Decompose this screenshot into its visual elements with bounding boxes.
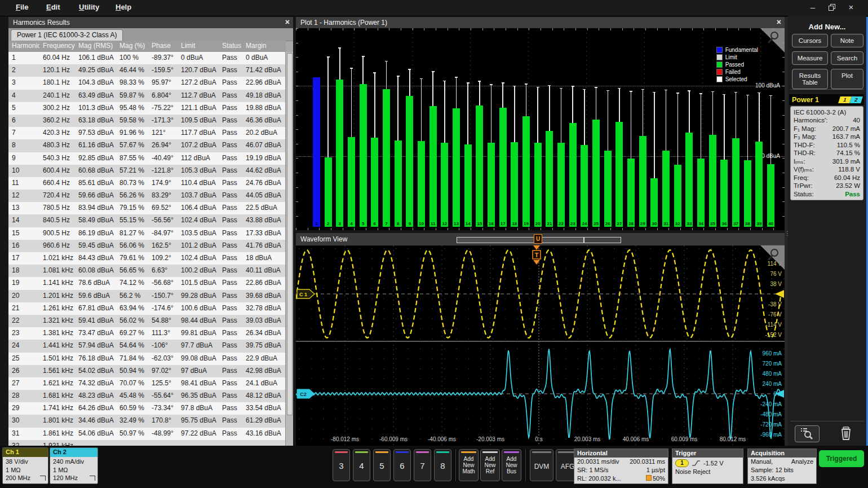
table-row[interactable]: 171.021 kHz84.43 dBuA79.61 %109.2°102.4 … bbox=[8, 252, 286, 265]
table-row[interactable]: 8480.3 Hz61.16 dBuA57.67 %26.94°107.2 dB… bbox=[8, 139, 286, 152]
bar-harmonic[interactable] bbox=[534, 143, 542, 227]
channel-4-button[interactable]: 4 bbox=[353, 449, 370, 481]
table-row[interactable]: 241.441 kHz57.94 dBuA54.64 %-106°97.7 dB… bbox=[8, 340, 286, 352]
bar-harmonic[interactable] bbox=[325, 157, 332, 227]
column-header[interactable]: Status bbox=[219, 41, 242, 52]
menu-help[interactable]: Help bbox=[116, 3, 131, 11]
table-row[interactable]: 10600.4 Hz60.68 dBuA57.21 %-121.8°105.3 … bbox=[8, 165, 286, 177]
column-header[interactable]: Margin bbox=[242, 41, 286, 52]
bar-harmonic[interactable] bbox=[569, 123, 577, 227]
table-row[interactable]: 251.501 kHz76.18 dBuA71.84 %-62.03°99.08… bbox=[8, 353, 286, 365]
bar-harmonic[interactable] bbox=[464, 144, 472, 227]
channel-6-button[interactable]: 6 bbox=[393, 449, 411, 481]
bar-harmonic[interactable] bbox=[348, 137, 355, 227]
expansion-point-marker[interactable]: U bbox=[534, 234, 542, 244]
column-header[interactable]: Frequency bbox=[39, 41, 75, 52]
bar-harmonic[interactable] bbox=[720, 160, 728, 227]
bar-harmonic[interactable] bbox=[709, 135, 716, 227]
add-new-measure-button[interactable]: Measure bbox=[792, 51, 828, 65]
ch2-badge[interactable]: Ch 2 240 mA/div1 MΩ120 MHz bbox=[50, 447, 98, 484]
bar-harmonic[interactable] bbox=[499, 108, 507, 227]
table-row[interactable]: 5300.2 Hz101.3 dBuA95.48 %-75.22°121.1 d… bbox=[8, 102, 286, 115]
bar-harmonic[interactable] bbox=[697, 159, 705, 227]
bar-harmonic[interactable] bbox=[581, 145, 588, 227]
add-new-plot-button[interactable]: Plot bbox=[831, 69, 863, 89]
bar-harmonic[interactable] bbox=[627, 159, 635, 227]
bar-harmonic[interactable] bbox=[336, 80, 343, 227]
table-row[interactable]: 13780.5 Hz83.94 dBuA79.15 %69.52°106.4 d… bbox=[8, 202, 286, 214]
trigger-panel[interactable]: Trigger 1 -1.52 V Noise Reject bbox=[672, 449, 743, 484]
channel-5-button[interactable]: 5 bbox=[373, 449, 391, 481]
column-header[interactable]: Mag (%) bbox=[116, 41, 148, 52]
channel-8-button[interactable]: 8 bbox=[434, 449, 451, 481]
bar-harmonic[interactable] bbox=[418, 141, 425, 227]
add-new-ref-button[interactable]: AddNewRef bbox=[480, 449, 500, 481]
results-close-icon[interactable]: × bbox=[285, 17, 290, 27]
table-row[interactable]: 4240.1 Hz63.49 dBuA59.87 %6.804°112.7 dB… bbox=[8, 90, 286, 102]
table-row[interactable]: 311.861 kHz54.06 dBuA50.97 %-48.99°97.22… bbox=[8, 428, 286, 440]
bar-harmonic[interactable] bbox=[639, 136, 646, 227]
table-row[interactable]: 201.201 kHz59.6 dBuA56.2 %-150.7°99.28 d… bbox=[8, 290, 286, 302]
table-row[interactable]: 11660.4 Hz85.61 dBuA80.73 %174.9°110.4 d… bbox=[8, 177, 286, 190]
bar-harmonic[interactable] bbox=[767, 164, 774, 227]
table-row[interactable]: 14840.5 Hz58.49 dBuA55.15 %-56.56°102.4 … bbox=[8, 214, 286, 227]
bar-harmonic[interactable] bbox=[441, 143, 448, 227]
table-row[interactable]: 3180.1 Hz104.3 dBuA98.33 %95.97°127.2 dB… bbox=[8, 77, 286, 89]
channel-7-button[interactable]: 7 bbox=[414, 449, 431, 481]
waveform-canvas[interactable]: 114 V76 V38 V-38 V-76 V-114 V-152 V960 m… bbox=[296, 245, 785, 446]
bar-harmonic[interactable] bbox=[732, 138, 739, 227]
bar-harmonic[interactable] bbox=[511, 142, 518, 227]
table-row[interactable]: 181.081 kHz60.08 dBuA56.65 %6.63°100.2 d… bbox=[8, 265, 286, 277]
bar-harmonic[interactable] bbox=[476, 105, 483, 227]
add-new-bus-button[interactable]: AddNewBus bbox=[502, 449, 521, 481]
bar-harmonic[interactable] bbox=[453, 108, 460, 227]
add-new-cursors-button[interactable]: Cursors bbox=[792, 34, 828, 47]
bar-harmonic[interactable] bbox=[755, 142, 763, 227]
column-header[interactable]: Limit bbox=[178, 41, 219, 52]
menu-file[interactable]: File bbox=[16, 3, 28, 11]
channel-3-button[interactable]: 3 bbox=[333, 449, 350, 481]
bar-harmonic[interactable] bbox=[488, 143, 495, 227]
column-header[interactable]: Phase bbox=[148, 41, 178, 52]
bar-harmonic[interactable] bbox=[360, 84, 367, 227]
table-row[interactable]: 321.921 kHz bbox=[8, 440, 286, 446]
table-row[interactable]: 2120.1 Hz49.25 dBuA46.44 %-159.5°120.7 d… bbox=[8, 64, 286, 77]
table-row[interactable]: 231.381 kHz73.47 dBuA69.27 %111.3°99.81 … bbox=[8, 327, 286, 340]
ch1-badge[interactable]: Ch 1 38 V/div1 MΩ200 MHz bbox=[2, 447, 48, 484]
acquisition-panel[interactable]: Acquisition Manual,Analyze Sample: 12 bi… bbox=[747, 449, 817, 484]
minimize-button[interactable]: – bbox=[806, 2, 820, 12]
menu-utility[interactable]: Utility bbox=[79, 3, 99, 11]
table-row[interactable]: 211.261 kHz67.81 dBuA63.94 %-174.6°100.6… bbox=[8, 302, 286, 315]
bar-fundamental[interactable] bbox=[313, 77, 320, 227]
table-row[interactable]: 160.04 Hz106.1 dBuA100 %-89.37°0 dBuAPas… bbox=[8, 52, 286, 64]
bar-harmonic[interactable] bbox=[371, 138, 378, 227]
results-scrollbar[interactable] bbox=[285, 52, 293, 446]
bar-harmonic[interactable] bbox=[744, 160, 751, 227]
table-row[interactable]: 6360.2 Hz63.18 dBuA59.58 %-171.3°109.5 d… bbox=[8, 115, 286, 127]
bar-harmonic[interactable] bbox=[395, 140, 402, 227]
triggered-status-button[interactable]: Triggered bbox=[819, 450, 864, 467]
bar-harmonic[interactable] bbox=[674, 165, 681, 227]
bar-harmonic[interactable] bbox=[383, 89, 390, 227]
waveform-zoom-handle[interactable] bbox=[457, 238, 584, 243]
add-new-note-button[interactable]: Note bbox=[831, 34, 863, 47]
table-row[interactable]: 12720.4 Hz59.66 dBuA56.26 %83.29°103.7 d… bbox=[8, 190, 286, 202]
column-header[interactable]: Mag (RMS) bbox=[75, 41, 116, 52]
bar-harmonic[interactable] bbox=[546, 131, 553, 227]
power1-measurement-panel[interactable]: IEC 61000-3-2 (A) Harmonics':40F₁ Mag:20… bbox=[790, 106, 863, 200]
table-row[interactable]: 281.681 kHz48.23 dBuA45.48 %-55.64°96.35… bbox=[8, 390, 286, 402]
bar-harmonic[interactable] bbox=[522, 116, 530, 227]
table-row[interactable]: 7420.3 Hz97.53 dBuA91.96 %121°117.7 dBuA… bbox=[8, 127, 286, 139]
bar-harmonic[interactable] bbox=[429, 106, 437, 227]
bar-harmonic[interactable] bbox=[557, 143, 565, 227]
add-new-math-button[interactable]: AddNewMath bbox=[459, 449, 479, 481]
bar-harmonic[interactable] bbox=[406, 96, 413, 227]
column-header[interactable]: Harmonic bbox=[8, 41, 39, 52]
trash-button[interactable] bbox=[838, 425, 854, 441]
table-row[interactable]: 301.801 kHz34.46 dBuA32.49 %170.8°95.75 … bbox=[8, 415, 286, 427]
plot-zoom-corner-icon[interactable] bbox=[759, 28, 785, 54]
table-row[interactable]: 191.141 kHz78.6 dBuA74.12 %-56.68°101.5 … bbox=[8, 277, 286, 289]
table-row[interactable]: 9540.3 Hz92.85 dBuA87.55 %-40.49°112 dBu… bbox=[8, 152, 286, 165]
add-new-search-button[interactable]: Search bbox=[831, 51, 863, 65]
table-row[interactable]: 16960.6 Hz59.45 dBuA56.06 %162.5°101.2 d… bbox=[8, 240, 286, 252]
